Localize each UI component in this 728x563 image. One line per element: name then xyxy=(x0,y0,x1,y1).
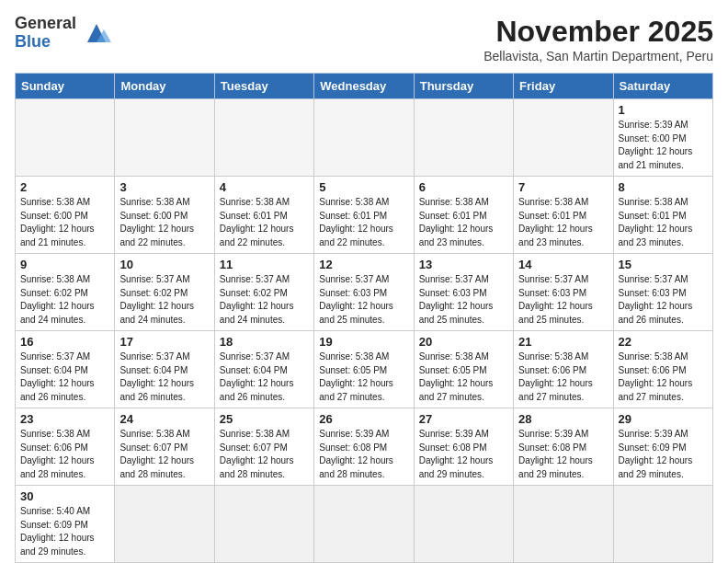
day-number: 23 xyxy=(20,412,109,426)
day-number: 26 xyxy=(319,412,408,426)
logo-text: GeneralBlue xyxy=(15,15,76,52)
location: Bellavista, San Martin Department, Peru xyxy=(483,49,713,63)
calendar-day-cell xyxy=(214,486,313,563)
day-info: Sunrise: 5:40 AM Sunset: 6:09 PM Dayligh… xyxy=(20,505,109,558)
day-info: Sunrise: 5:38 AM Sunset: 6:00 PM Dayligh… xyxy=(119,196,209,249)
calendar-day-cell: 30Sunrise: 5:40 AM Sunset: 6:09 PM Dayli… xyxy=(16,486,115,563)
weekday-header-cell: Monday xyxy=(115,74,214,99)
calendar-day-cell: 1Sunrise: 5:39 AM Sunset: 6:00 PM Daylig… xyxy=(613,99,712,177)
page-header: GeneralBlue November 2025 Bellavista, Sa… xyxy=(15,15,713,63)
calendar-day-cell: 7Sunrise: 5:38 AM Sunset: 6:01 PM Daylig… xyxy=(514,177,613,254)
calendar-day-cell: 20Sunrise: 5:38 AM Sunset: 6:05 PM Dayli… xyxy=(414,331,513,408)
calendar-week-row: 30Sunrise: 5:40 AM Sunset: 6:09 PM Dayli… xyxy=(16,486,713,563)
day-info: Sunrise: 5:39 AM Sunset: 6:08 PM Dayligh… xyxy=(319,428,408,481)
day-info: Sunrise: 5:37 AM Sunset: 6:04 PM Dayligh… xyxy=(119,350,209,404)
day-number: 18 xyxy=(220,335,309,349)
calendar-day-cell: 4Sunrise: 5:38 AM Sunset: 6:01 PM Daylig… xyxy=(214,177,313,254)
calendar-day-cell xyxy=(613,486,712,563)
calendar-day-cell: 12Sunrise: 5:37 AM Sunset: 6:03 PM Dayli… xyxy=(314,254,414,331)
day-number: 19 xyxy=(319,335,408,349)
calendar-day-cell xyxy=(115,486,214,563)
day-number: 13 xyxy=(419,258,508,271)
day-number: 16 xyxy=(20,335,109,349)
day-number: 24 xyxy=(119,412,209,426)
calendar-day-cell: 3Sunrise: 5:38 AM Sunset: 6:00 PM Daylig… xyxy=(115,177,214,254)
calendar-body: 1Sunrise: 5:39 AM Sunset: 6:00 PM Daylig… xyxy=(16,99,713,563)
calendar-day-cell xyxy=(115,99,214,177)
calendar-table: SundayMondayTuesdayWednesdayThursdayFrid… xyxy=(15,73,713,563)
day-number: 14 xyxy=(518,258,608,271)
calendar-day-cell xyxy=(514,99,613,177)
day-number: 25 xyxy=(220,412,309,426)
day-number: 10 xyxy=(119,258,209,271)
calendar-day-cell: 11Sunrise: 5:37 AM Sunset: 6:02 PM Dayli… xyxy=(214,254,313,331)
calendar-week-row: 1Sunrise: 5:39 AM Sunset: 6:00 PM Daylig… xyxy=(16,99,713,177)
calendar-day-cell: 18Sunrise: 5:37 AM Sunset: 6:04 PM Dayli… xyxy=(214,331,313,408)
day-info: Sunrise: 5:38 AM Sunset: 6:01 PM Dayligh… xyxy=(319,196,408,249)
day-number: 12 xyxy=(319,258,408,271)
calendar-day-cell xyxy=(314,486,414,563)
day-info: Sunrise: 5:37 AM Sunset: 6:03 PM Dayligh… xyxy=(619,273,708,327)
day-info: Sunrise: 5:38 AM Sunset: 6:06 PM Dayligh… xyxy=(518,350,608,404)
day-number: 27 xyxy=(419,412,508,426)
day-number: 17 xyxy=(119,335,209,349)
day-number: 15 xyxy=(619,258,708,271)
month-title: November 2025 xyxy=(483,15,713,49)
day-info: Sunrise: 5:37 AM Sunset: 6:03 PM Dayligh… xyxy=(518,273,608,327)
calendar-week-row: 9Sunrise: 5:38 AM Sunset: 6:02 PM Daylig… xyxy=(16,254,713,331)
day-info: Sunrise: 5:37 AM Sunset: 6:03 PM Dayligh… xyxy=(319,273,408,327)
calendar-day-cell xyxy=(314,99,414,177)
day-info: Sunrise: 5:39 AM Sunset: 6:00 PM Dayligh… xyxy=(619,119,708,172)
day-info: Sunrise: 5:37 AM Sunset: 6:02 PM Dayligh… xyxy=(220,273,309,327)
calendar-day-cell: 14Sunrise: 5:37 AM Sunset: 6:03 PM Dayli… xyxy=(514,254,613,331)
calendar-day-cell: 9Sunrise: 5:38 AM Sunset: 6:02 PM Daylig… xyxy=(16,254,115,331)
day-number: 1 xyxy=(619,103,708,117)
weekday-header-cell: Thursday xyxy=(414,74,513,99)
day-info: Sunrise: 5:38 AM Sunset: 6:05 PM Dayligh… xyxy=(419,350,508,404)
calendar-day-cell: 24Sunrise: 5:38 AM Sunset: 6:07 PM Dayli… xyxy=(115,408,214,486)
weekday-header-cell: Friday xyxy=(514,74,613,99)
day-number: 7 xyxy=(518,180,608,194)
day-info: Sunrise: 5:38 AM Sunset: 6:05 PM Dayligh… xyxy=(319,350,408,404)
calendar-day-cell xyxy=(514,486,613,563)
day-info: Sunrise: 5:39 AM Sunset: 6:09 PM Dayligh… xyxy=(619,428,708,481)
day-number: 22 xyxy=(619,335,708,349)
calendar-week-row: 16Sunrise: 5:37 AM Sunset: 6:04 PM Dayli… xyxy=(16,331,713,408)
calendar-week-row: 23Sunrise: 5:38 AM Sunset: 6:06 PM Dayli… xyxy=(16,408,713,486)
weekday-header-cell: Wednesday xyxy=(314,74,414,99)
calendar-day-cell: 23Sunrise: 5:38 AM Sunset: 6:06 PM Dayli… xyxy=(16,408,115,486)
calendar-day-cell: 27Sunrise: 5:39 AM Sunset: 6:08 PM Dayli… xyxy=(414,408,513,486)
day-number: 21 xyxy=(518,335,608,349)
day-info: Sunrise: 5:39 AM Sunset: 6:08 PM Dayligh… xyxy=(419,428,508,481)
day-number: 30 xyxy=(20,489,109,503)
day-info: Sunrise: 5:38 AM Sunset: 6:01 PM Dayligh… xyxy=(220,196,309,249)
day-info: Sunrise: 5:37 AM Sunset: 6:04 PM Dayligh… xyxy=(220,350,309,404)
calendar-day-cell: 8Sunrise: 5:38 AM Sunset: 6:01 PM Daylig… xyxy=(613,177,712,254)
calendar-day-cell xyxy=(16,99,115,177)
logo: GeneralBlue xyxy=(15,15,113,52)
day-number: 5 xyxy=(319,180,408,194)
day-info: Sunrise: 5:38 AM Sunset: 6:06 PM Dayligh… xyxy=(619,350,708,404)
title-block: November 2025 Bellavista, San Martin Dep… xyxy=(483,15,713,63)
day-number: 29 xyxy=(619,412,708,426)
day-info: Sunrise: 5:37 AM Sunset: 6:03 PM Dayligh… xyxy=(419,273,508,327)
day-number: 20 xyxy=(419,335,508,349)
calendar-day-cell: 16Sunrise: 5:37 AM Sunset: 6:04 PM Dayli… xyxy=(16,331,115,408)
day-number: 8 xyxy=(619,180,708,194)
calendar-day-cell: 5Sunrise: 5:38 AM Sunset: 6:01 PM Daylig… xyxy=(314,177,414,254)
day-info: Sunrise: 5:39 AM Sunset: 6:08 PM Dayligh… xyxy=(518,428,608,481)
calendar-day-cell xyxy=(414,486,513,563)
day-info: Sunrise: 5:38 AM Sunset: 6:02 PM Dayligh… xyxy=(20,273,109,327)
day-number: 28 xyxy=(518,412,608,426)
day-number: 6 xyxy=(419,180,508,194)
logo-icon xyxy=(80,20,113,46)
weekday-header-cell: Saturday xyxy=(613,74,712,99)
calendar-day-cell: 25Sunrise: 5:38 AM Sunset: 6:07 PM Dayli… xyxy=(214,408,313,486)
weekday-header-cell: Tuesday xyxy=(214,74,313,99)
day-info: Sunrise: 5:38 AM Sunset: 6:07 PM Dayligh… xyxy=(220,428,309,481)
calendar-day-cell: 22Sunrise: 5:38 AM Sunset: 6:06 PM Dayli… xyxy=(613,331,712,408)
calendar-week-row: 2Sunrise: 5:38 AM Sunset: 6:00 PM Daylig… xyxy=(16,177,713,254)
calendar-day-cell: 26Sunrise: 5:39 AM Sunset: 6:08 PM Dayli… xyxy=(314,408,414,486)
calendar-day-cell: 15Sunrise: 5:37 AM Sunset: 6:03 PM Dayli… xyxy=(613,254,712,331)
day-info: Sunrise: 5:38 AM Sunset: 6:06 PM Dayligh… xyxy=(20,428,109,481)
